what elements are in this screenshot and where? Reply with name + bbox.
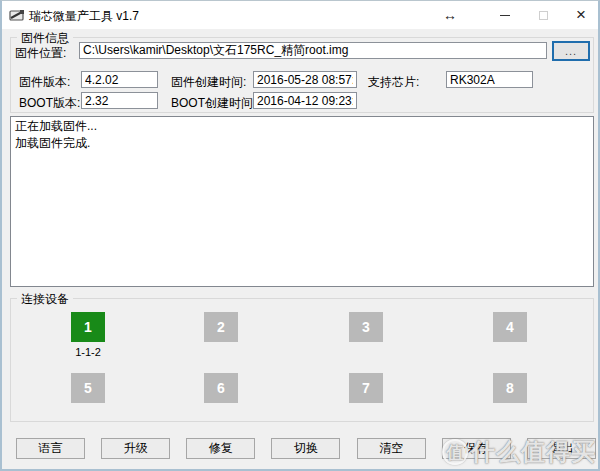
connected-devices-group: 连接设备 1 2 3 4 1-1-2 5 6 7 8 [10,298,594,422]
device-slot-6[interactable]: 6 [204,373,238,403]
title-bar: 瑞芯微量产工具 v1.7 ↔ × [2,1,598,29]
log-area[interactable]: 正在加载固件... 加载固件完成. [10,116,594,287]
resize-icon[interactable]: ↔ [436,1,464,29]
device-port-label: 1-1-2 [58,346,118,358]
maximize-button [529,1,557,29]
chip-input[interactable] [446,71,533,88]
footer-button-bar: 语言 升级 修复 切换 清空 保存 退出 [16,438,596,459]
device-slot-1[interactable]: 1 [71,312,105,342]
exit-button[interactable]: 退出 [527,438,596,459]
firmware-location-input[interactable] [79,42,547,59]
connected-devices-group-label: 连接设备 [17,291,73,308]
device-slot-4[interactable]: 4 [493,312,527,342]
browse-button[interactable]: ... [552,41,590,61]
repair-button[interactable]: 修复 [186,438,255,459]
firmware-version-input[interactable] [81,71,158,88]
app-window: 瑞芯微量产工具 v1.7 ↔ × 固件信息 固件位置: ... 固件版本: 固件… [0,0,600,471]
firmware-info-group: 固件信息 固件位置: ... 固件版本: 固件创建时间: 支持芯片: BOOT版… [10,37,594,113]
firmware-version-label: 固件版本: [19,74,70,91]
log-line: 正在加载固件... [15,118,589,135]
minimize-icon [500,15,510,16]
device-slot-3[interactable]: 3 [349,312,383,342]
window-title: 瑞芯微量产工具 v1.7 [29,8,139,25]
boot-version-label: BOOT版本: [19,95,80,112]
firmware-location-label: 固件位置: [15,45,66,62]
boot-created-label: BOOT创建时间: [171,95,256,112]
device-slot-5[interactable]: 5 [71,373,105,403]
upgrade-button[interactable]: 升级 [101,438,170,459]
device-slot-2[interactable]: 2 [204,312,238,342]
device-slot-8[interactable]: 8 [493,373,527,403]
app-icon [9,8,25,22]
firmware-created-label: 固件创建时间: [171,74,246,91]
device-slot-7[interactable]: 7 [349,373,383,403]
language-button[interactable]: 语言 [16,438,85,459]
minimize-button[interactable] [491,1,519,29]
firmware-created-input[interactable] [253,71,357,88]
log-line: 加载固件完成. [15,135,589,152]
switch-button[interactable]: 切换 [271,438,340,459]
boot-version-input[interactable] [81,92,158,109]
boot-created-input[interactable] [253,92,357,109]
clear-button[interactable]: 清空 [357,438,426,459]
chip-label: 支持芯片: [368,74,419,91]
maximize-icon [539,11,548,20]
save-button[interactable]: 保存 [442,438,511,459]
close-button[interactable]: × [566,1,596,29]
